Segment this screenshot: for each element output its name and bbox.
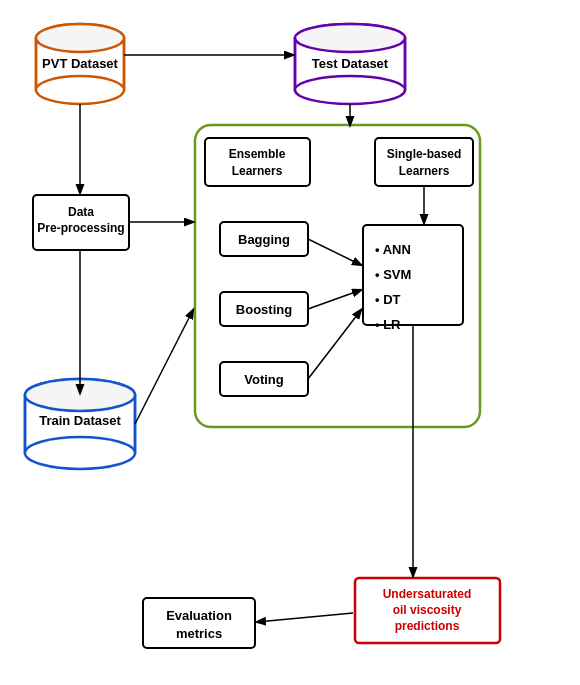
- svg-text:Undersaturated: Undersaturated: [383, 587, 472, 601]
- svg-text:Voting: Voting: [244, 372, 284, 387]
- svg-text:metrics: metrics: [176, 626, 222, 641]
- svg-point-0: [36, 24, 124, 52]
- train-dataset-cylinder: [25, 379, 135, 469]
- svg-rect-45: [355, 578, 500, 643]
- svg-rect-33: [220, 292, 308, 326]
- svg-rect-31: [220, 222, 308, 256]
- svg-point-7: [295, 24, 405, 52]
- svg-point-18: [25, 437, 135, 469]
- svg-rect-37: [363, 225, 463, 325]
- diagram: PVT Dataset Test Dataset Train Dataset D…: [0, 0, 580, 685]
- svg-text:Single-based: Single-based: [387, 147, 462, 161]
- svg-text:Bagging: Bagging: [238, 232, 290, 247]
- svg-text:Learners: Learners: [399, 164, 450, 178]
- svg-text:predictions: predictions: [395, 619, 460, 633]
- svg-text:Evaluation: Evaluation: [166, 608, 232, 623]
- svg-text:• LR: • LR: [375, 317, 401, 332]
- svg-rect-1: [36, 38, 124, 90]
- svg-point-4: [36, 76, 124, 104]
- svg-line-54: [135, 310, 193, 424]
- svg-text:Data: Data: [68, 205, 94, 219]
- test-dataset-cylinder: [295, 24, 405, 104]
- svg-rect-42: [143, 598, 255, 648]
- svg-text:Ensemble: Ensemble: [229, 147, 286, 161]
- pvt-dataset-cylinder: [36, 24, 124, 104]
- svg-point-19: [25, 379, 135, 411]
- svg-point-5: [36, 24, 124, 52]
- svg-point-14: [25, 379, 135, 411]
- svg-text:Boosting: Boosting: [236, 302, 292, 317]
- svg-rect-28: [375, 138, 473, 186]
- svg-text:oil viscosity: oil viscosity: [393, 603, 462, 617]
- svg-rect-15: [25, 395, 135, 453]
- svg-text:Test Dataset: Test Dataset: [312, 56, 389, 71]
- svg-text:Learners: Learners: [232, 164, 283, 178]
- svg-text:PVT Dataset: PVT Dataset: [42, 56, 119, 71]
- svg-rect-8: [295, 38, 405, 90]
- svg-rect-25: [205, 138, 310, 186]
- svg-text:• SVM: • SVM: [375, 267, 411, 282]
- svg-text:Train Dataset: Train Dataset: [39, 413, 121, 428]
- svg-point-12: [295, 24, 405, 52]
- svg-rect-22: [33, 195, 129, 250]
- svg-line-57: [308, 310, 361, 379]
- svg-line-60: [257, 613, 353, 622]
- svg-point-11: [295, 76, 405, 104]
- svg-rect-35: [220, 362, 308, 396]
- svg-rect-21: [195, 125, 480, 427]
- svg-line-55: [308, 239, 361, 265]
- svg-text:• DT: • DT: [375, 292, 401, 307]
- svg-text:• ANN: • ANN: [375, 242, 411, 257]
- svg-text:Pre-processing: Pre-processing: [37, 221, 124, 235]
- svg-line-56: [308, 290, 361, 309]
